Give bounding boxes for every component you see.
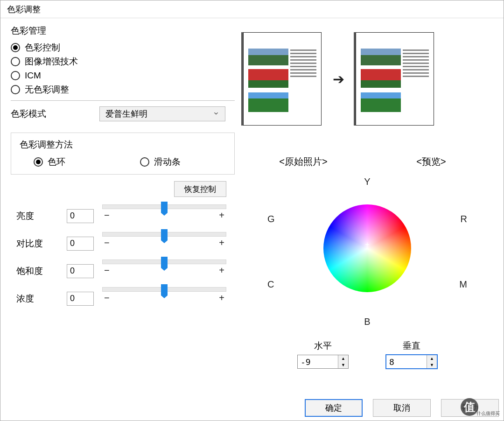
radio-icon — [140, 157, 149, 167]
color-wheel[interactable]: + — [323, 204, 411, 292]
radio-color-control[interactable]: 色彩控制 — [11, 41, 235, 55]
color-mode-select[interactable]: 爱普生鲜明 — [99, 106, 225, 121]
preview-caption: <预览> — [367, 155, 495, 168]
plus-label: + — [219, 265, 224, 276]
minus-label: − — [104, 293, 110, 303]
radio-icon — [11, 71, 20, 80]
axis-m-label: M — [459, 279, 467, 290]
axis-g-label: G — [267, 214, 275, 225]
cancel-button[interactable]: 取消 — [373, 399, 431, 417]
color-mode-row: 色彩模式 爱普生鲜明 — [11, 106, 235, 121]
plus-label: + — [219, 293, 224, 303]
radio-label: 色彩控制 — [25, 42, 60, 54]
radio-slider-bar[interactable]: 滑动条 — [140, 156, 181, 168]
density-value[interactable]: 0 — [67, 292, 94, 306]
arrow-right-icon: ➔ — [333, 71, 344, 87]
color-management-label: 色彩管理 — [11, 25, 235, 37]
horizontal-spinner-col: 水平 -9 ▲ ▼ — [297, 340, 349, 369]
brightness-label: 亮度 — [11, 210, 67, 222]
horizontal-spinner[interactable]: -9 ▲ ▼ — [297, 355, 349, 369]
spin-down-button[interactable]: ▼ — [338, 362, 348, 368]
help-button[interactable]: 帮助 — [441, 399, 499, 417]
dialog-footer: 确定 取消 帮助 — [305, 399, 499, 417]
color-wheel-area: Y R M B C G + — [239, 176, 495, 335]
slider-thumb[interactable] — [161, 202, 168, 213]
reset-button[interactable]: 恢复控制 — [174, 181, 226, 197]
wheel-cursor-icon: + — [365, 240, 369, 249]
radio-icm[interactable]: ICM — [11, 69, 235, 83]
radio-image-enhance[interactable]: 图像增强技术 — [11, 55, 235, 69]
adjust-method-label: 色彩调整方法 — [20, 139, 226, 151]
radio-color-ring[interactable]: 色环 — [34, 156, 65, 168]
slider-thumb[interactable] — [161, 284, 168, 295]
left-column: 色彩管理 色彩控制 图像增强技术 ICM 无色彩调整 色彩模式 — [11, 25, 239, 393]
preview-thumbs: ➔ — [243, 32, 495, 126]
select-value: 爱普生鲜明 — [105, 108, 147, 119]
spin-up-button[interactable]: ▲ — [338, 355, 348, 362]
radio-icon — [11, 43, 20, 52]
density-row: 浓度 0 −+ — [11, 287, 235, 310]
plus-label: + — [219, 210, 224, 221]
preview-thumbnail — [356, 32, 434, 126]
contrast-value[interactable]: 0 — [67, 237, 94, 251]
spin-up-button[interactable]: ▲ — [427, 355, 437, 362]
original-thumbnail — [243, 32, 322, 126]
color-mode-label: 色彩模式 — [11, 108, 99, 120]
radio-icon — [34, 157, 43, 167]
radio-label: 色环 — [48, 156, 65, 168]
adjust-method-group: 色彩调整方法 色环 滑动条 — [11, 133, 235, 175]
density-slider[interactable]: −+ — [102, 287, 235, 310]
brightness-value[interactable]: 0 — [67, 209, 94, 223]
axis-r-label: R — [461, 214, 467, 225]
saturation-value[interactable]: 0 — [67, 264, 94, 278]
saturation-row: 饱和度 0 −+ — [11, 260, 235, 282]
saturation-slider[interactable]: −+ — [102, 260, 235, 282]
horizontal-label: 水平 — [314, 340, 332, 352]
radio-no-adjust[interactable]: 无色彩调整 — [11, 83, 235, 97]
slider-thumb[interactable] — [161, 229, 168, 240]
contrast-slider[interactable]: −+ — [102, 232, 235, 255]
color-adjust-dialog: 色彩调整 色彩管理 色彩控制 图像增强技术 ICM 无色彩调整 — [0, 0, 504, 421]
axis-b-label: B — [364, 316, 370, 327]
vertical-label: 垂直 — [403, 340, 420, 352]
horizontal-value[interactable]: -9 — [298, 355, 338, 368]
minus-label: − — [104, 265, 110, 276]
reset-row: 恢复控制 — [11, 181, 235, 197]
radio-label: 滑动条 — [154, 156, 181, 168]
contrast-label: 对比度 — [11, 238, 67, 250]
radio-label: ICM — [25, 70, 41, 81]
vertical-spinner[interactable]: 8 ▲ ▼ — [386, 355, 437, 369]
divider — [11, 100, 235, 101]
window-title: 色彩调整 — [0, 0, 504, 18]
spin-down-button[interactable]: ▼ — [427, 362, 437, 368]
axis-c-label: C — [267, 279, 274, 290]
radio-icon — [11, 57, 20, 66]
chevron-down-icon — [213, 109, 219, 119]
spinner-row: 水平 -9 ▲ ▼ 垂直 8 ▲ ▼ — [239, 340, 495, 369]
right-column: ➔ <原始照片> <预览> Y R M B C G + — [239, 25, 495, 393]
dialog-content: 色彩管理 色彩控制 图像增强技术 ICM 无色彩调整 色彩模式 — [0, 18, 504, 393]
contrast-row: 对比度 0 −+ — [11, 232, 235, 255]
radio-icon — [11, 85, 20, 94]
ok-button[interactable]: 确定 — [305, 399, 363, 417]
saturation-label: 饱和度 — [11, 265, 67, 277]
caption-row: <原始照片> <预览> — [239, 155, 495, 168]
brightness-slider[interactable]: −+ — [102, 204, 235, 227]
minus-label: − — [104, 238, 110, 248]
plus-label: + — [219, 238, 224, 248]
axis-y-label: Y — [364, 176, 370, 187]
slider-thumb[interactable] — [161, 257, 168, 268]
brightness-row: 亮度 0 −+ — [11, 204, 235, 227]
radio-label: 图像增强技术 — [25, 56, 78, 68]
density-label: 浓度 — [11, 293, 67, 305]
original-caption: <原始照片> — [239, 155, 367, 168]
minus-label: − — [104, 210, 110, 221]
vertical-value[interactable]: 8 — [386, 355, 427, 368]
vertical-spinner-col: 垂直 8 ▲ ▼ — [386, 340, 437, 369]
radio-label: 无色彩调整 — [25, 84, 69, 96]
